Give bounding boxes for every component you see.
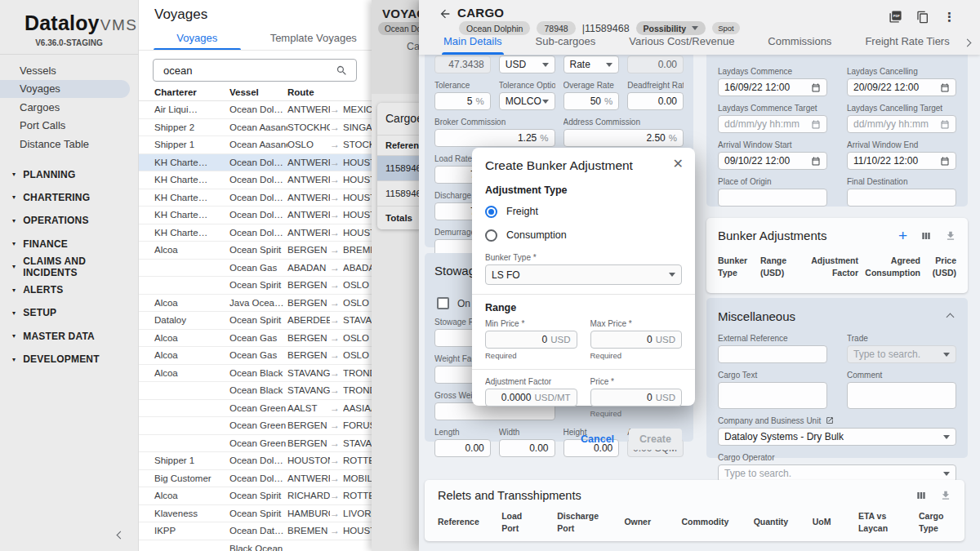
table-row[interactable]: Alcoa Java Ocea… BERGEN → OSLO [139,295,372,313]
sidebar-item[interactable]: Distance Table [0,135,138,153]
calendar-icon[interactable] [940,156,950,167]
cargo-reference-row[interactable]: 11589466 [377,180,419,206]
status-dropdown-chip[interactable]: Possibility [636,21,706,35]
create-button[interactable]: Create [629,429,682,450]
rate-type-select[interactable]: Rate [564,56,620,73]
table-row[interactable]: Ocean Green BERGEN → STAVANG [139,435,372,453]
sidebar-item[interactable]: Port Calls [0,117,138,136]
cancel-button[interactable]: Cancel [581,433,614,445]
table-row[interactable]: KH Charte… Ocean Dol… ANTWERP → HOUSTO [139,224,372,242]
sidebar-collapse-button[interactable] [114,523,127,544]
external-reference-field[interactable] [718,345,827,363]
sidebar-item[interactable]: Voyages [0,80,130,99]
calendar-icon[interactable] [940,82,950,93]
laydays-commence-target-field[interactable]: dd/mm/yy hh:mm [718,115,827,133]
sidebar-section[interactable]: ▾ FINANCE [0,232,138,255]
table-row[interactable]: Alcoa Ocean Black STAVANGER → TRONDH [139,365,372,383]
arrival-window-start-field[interactable]: 09/10/22 12:00 [718,152,827,170]
back-button[interactable] [439,7,452,24]
calendar-icon[interactable] [940,119,950,130]
cargo-tab[interactable]: Commissions [768,35,831,55]
copy-icon[interactable] [916,11,929,24]
calendar-icon[interactable] [811,156,821,167]
sidebar-section[interactable]: ▾ OPERATIONS [0,209,138,232]
download-icon[interactable] [940,490,951,501]
length-field[interactable]: 0.00 [434,439,491,457]
table-row[interactable]: Ocean Green BERGEN → FORUS, S [139,417,372,435]
sidebar-item[interactable]: Vessels [0,61,138,80]
table-row[interactable]: Air Liqui… Ocean Dol… ANTWERP → MEXICO [139,101,372,119]
table-row[interactable]: Shipper 1 Ocean Aasane OSLO → STOCKH [139,136,372,154]
currency-select[interactable]: USD [499,56,555,73]
sidebar-section[interactable]: ▾ MASTER DATA [0,325,138,348]
address-commission-field[interactable]: 2.50% [564,129,684,147]
table-row[interactable]: Alcoa Ocean Gas BERGEN → OSLO [139,347,372,365]
search-input[interactable] [162,64,336,78]
place-of-origin-field[interactable] [718,189,827,207]
table-row[interactable]: Klaveness Ocean Spirit HAMBURG → LIVORNO [139,505,372,523]
cargo-tab[interactable]: Various Cost/Revenue [629,35,734,55]
final-destination-field[interactable] [847,189,956,207]
table-row[interactable]: Ocean Green AALST → AASIAAT [139,400,372,418]
broker-commission-field[interactable]: 1.25% [434,129,555,147]
price-field[interactable]: 0USD [590,389,683,407]
more-menu-icon[interactable]: ⋮ [943,11,956,23]
table-row[interactable]: KH Charte… Ocean Dol… ANTWERP → HOUSTO [139,207,372,224]
adjustment-factor-field[interactable]: 0.0000USD/MT [485,389,577,407]
cargoes-totals-row[interactable]: Totals [377,206,419,229]
adjustment-type-option[interactable]: Consumption [485,227,682,243]
tabs-overflow-button[interactable] [964,34,970,49]
overage-rate-field[interactable]: 50% [564,92,620,110]
sidebar-item[interactable]: Cargoes [0,98,138,117]
tolerance-option-select[interactable]: MOLCO [499,92,555,110]
min-price-field[interactable]: 0USD [485,331,577,349]
table-row[interactable]: KH Charte… Ocean Dol… ANTWERP → HOUSTO [139,171,372,189]
close-icon[interactable]: ✕ [673,158,684,171]
table-row[interactable]: Black Ocean [139,540,372,551]
columns-icon[interactable] [920,230,932,242]
table-row[interactable]: Ocean Black STAVANGER → TRONDH [139,382,372,400]
laydays-cancelling-target-field[interactable]: dd/mm/yy hh:mm [847,115,956,133]
adjustment-type-option[interactable]: Freight [485,203,682,220]
voyages-tab[interactable]: Voyages [139,26,256,50]
voyage-tab-cargoes[interactable]: Cargoes [407,41,419,52]
tolerance-field[interactable]: 5% [434,92,491,110]
bunker-type-select[interactable]: LS FO [485,264,682,285]
laydays-cancelling-field[interactable]: 20/09/22 12:00 [847,78,956,96]
calendar-icon[interactable] [811,82,821,93]
cargo-text-input[interactable] [718,382,827,409]
open-in-new-icon[interactable] [826,416,834,424]
table-row[interactable]: IKPP Ocean Dat… BREMEN → HOUSTO [139,522,372,540]
calendar-icon[interactable] [811,119,821,130]
table-row[interactable]: Shipper 1 Ocean Dol… HOUSTON, … → ROTTER… [139,452,372,470]
table-row[interactable]: Alcoa Ocean Gas BERGEN → OSLO [139,330,372,348]
laydays-commence-field[interactable]: 16/09/22 12:00 [718,78,827,96]
sidebar-section[interactable]: ▾ PLANNING [0,163,138,186]
cargo-reference-row[interactable]: 11589468 [377,155,419,180]
table-row[interactable]: Alcoa Ocean Spirit RICHARDS … → ROTTERD [139,487,372,505]
table-row[interactable]: Ocean Spirit BERGEN → OSLO [139,277,372,295]
sidebar-section[interactable]: ▾ CHARTERING [0,186,138,209]
arrival-window-end-field[interactable]: 11/10/22 12:00 [847,152,956,170]
max-price-field[interactable]: 0USD [590,331,683,349]
export-pdf-icon[interactable]: PDF [889,10,902,24]
table-row[interactable]: Alcoa Ocean Spirit BERGEN → BREMEN [139,242,372,260]
sidebar-section[interactable]: ▾ SETUP [0,301,138,324]
cargo-tab[interactable]: Main Details [443,35,502,55]
cargo-tab[interactable]: Freight Rate Tiers [865,35,949,55]
download-icon[interactable] [945,230,956,242]
cargo-tab[interactable]: Sub-cargoes [536,35,596,55]
table-row[interactable]: Dataloy Ocean Spirit ABERDEEN → STAVANG [139,312,372,330]
columns-icon[interactable] [915,490,927,501]
deadfreight-rate-field[interactable]: 0.00 [627,92,684,110]
collapse-section-button[interactable] [944,305,956,327]
comment-input[interactable] [847,382,956,409]
voyages-tab[interactable]: Template Voyages [256,26,372,50]
table-row[interactable]: KH Charte… Ocean Dol… ANTWERP → HOUSTO [139,189,372,207]
table-row[interactable]: Ocean Gas ABADAN → ABADAN [139,260,372,278]
sidebar-section[interactable]: ▾ DEVELOPMENT [0,348,138,371]
table-row[interactable]: KH Charte… Ocean Dol… ANTWERP → HOUSTO [139,154,372,172]
on-deck-checkbox[interactable] [437,297,449,309]
add-bunker-adjustment-button[interactable]: + [898,228,907,243]
sidebar-section[interactable]: ▾ CLAIMS AND INCIDENTS [0,256,138,278]
